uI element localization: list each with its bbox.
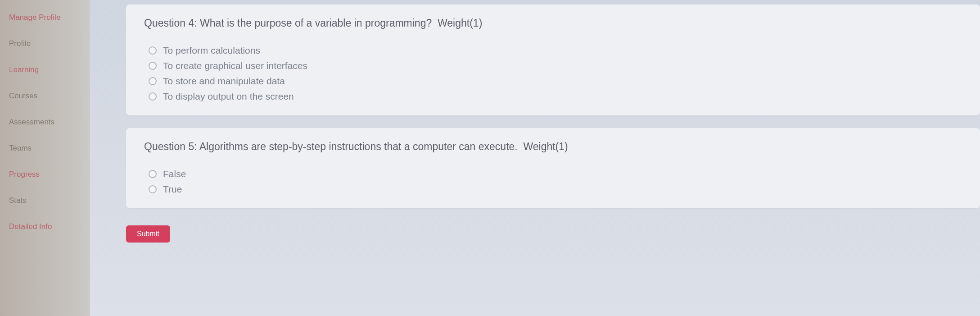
question-title: Question 4: What is the purpose of a var… bbox=[144, 17, 962, 29]
sidebar-item-stats[interactable]: Stats bbox=[5, 194, 86, 207]
submit-button[interactable]: Submit bbox=[126, 225, 170, 243]
option-label: To perform calculations bbox=[163, 45, 260, 56]
sidebar-item-profile[interactable]: Profile bbox=[5, 37, 86, 50]
main-content: Question 4: What is the purpose of a var… bbox=[90, 0, 980, 316]
sidebar-item-teams[interactable]: Teams bbox=[5, 142, 86, 155]
radio-icon[interactable] bbox=[149, 46, 157, 55]
question-prefix: Question 4: bbox=[144, 17, 197, 29]
question-weight: Weight(1) bbox=[524, 141, 568, 152]
option-row[interactable]: False bbox=[149, 169, 962, 179]
option-row[interactable]: To display output on the screen bbox=[149, 91, 962, 102]
sidebar-item-courses[interactable]: Courses bbox=[5, 90, 86, 102]
radio-icon[interactable] bbox=[149, 92, 157, 101]
radio-icon[interactable] bbox=[149, 170, 157, 178]
option-label: To store and manipulate data bbox=[163, 76, 285, 87]
question-card-4: Question 4: What is the purpose of a var… bbox=[126, 5, 980, 115]
radio-icon[interactable] bbox=[149, 185, 157, 193]
sidebar-item-progress[interactable]: Progress bbox=[5, 168, 86, 181]
question-text: What is the purpose of a variable in pro… bbox=[200, 17, 432, 29]
sidebar-item-assessments[interactable]: Assessments bbox=[5, 116, 86, 128]
question-title: Question 5: Algorithms are step-by-step … bbox=[144, 141, 962, 153]
question-card-5: Question 5: Algorithms are step-by-step … bbox=[126, 128, 980, 208]
option-label: True bbox=[163, 184, 182, 195]
question-text: Algorithms are step-by-step instructions… bbox=[199, 141, 518, 152]
option-label: To display output on the screen bbox=[163, 91, 294, 102]
options-list: To perform calculations To create graphi… bbox=[144, 45, 962, 102]
question-weight: Weight(1) bbox=[438, 17, 482, 29]
option-row[interactable]: To create graphical user interfaces bbox=[149, 60, 962, 71]
sidebar-item-manage-profile[interactable]: Manage Profile bbox=[5, 11, 86, 24]
sidebar: Manage Profile Profile Learning Courses … bbox=[0, 0, 90, 316]
option-row[interactable]: To perform calculations bbox=[149, 45, 962, 56]
question-prefix: Question 5: bbox=[144, 141, 197, 152]
radio-icon[interactable] bbox=[149, 77, 157, 85]
sidebar-item-learning[interactable]: Learning bbox=[5, 64, 86, 76]
option-row[interactable]: True bbox=[149, 184, 962, 195]
option-label: To create graphical user interfaces bbox=[163, 60, 307, 71]
option-row[interactable]: To store and manipulate data bbox=[149, 76, 962, 87]
radio-icon[interactable] bbox=[149, 62, 157, 70]
options-list: False True bbox=[144, 169, 962, 195]
option-label: False bbox=[163, 169, 186, 179]
sidebar-item-detailed-info[interactable]: Detailed Info bbox=[5, 220, 86, 233]
